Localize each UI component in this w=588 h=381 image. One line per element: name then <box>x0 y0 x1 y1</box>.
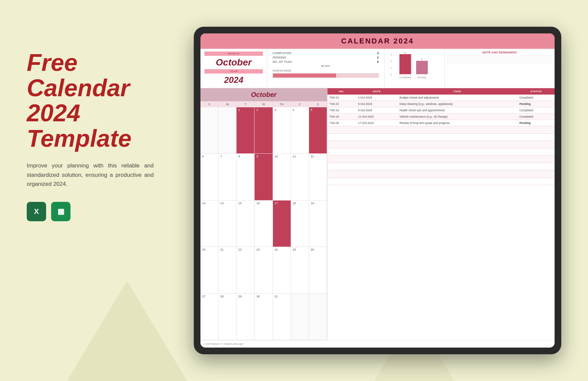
calendar-cell[interactable]: 12 <box>309 154 327 200</box>
calendar-cell[interactable]: 26 <box>309 247 327 293</box>
calendar-date-number: 5 <box>311 108 312 112</box>
task-cell-empty <box>518 170 555 178</box>
calendar-days-header: S M T W TH F S <box>200 101 327 107</box>
calendar-cell[interactable]: 9 <box>255 154 273 200</box>
calendar-cell[interactable]: 20 <box>200 247 218 293</box>
calendar-cell[interactable] <box>200 107 218 154</box>
calendar-cell[interactable] <box>291 294 309 340</box>
task-cell-empty <box>327 170 356 178</box>
status-rate-value: 60.00% <box>273 65 379 68</box>
calendar-cell[interactable]: 23 <box>255 247 273 293</box>
calendar-date-number: 28 <box>220 295 224 298</box>
stats-middle: COMPLETED 3 PENDING 2 NO. OF TASK: 5 60.… <box>267 49 385 88</box>
task-row[interactable]: TSK-025-Oct-2024Deep cleaning (e.g., win… <box>327 101 555 107</box>
description-text: Improve your planning with this reliable… <box>27 161 154 188</box>
calendar-date-number: 17 <box>275 202 278 205</box>
task-cell-empty <box>356 170 398 178</box>
calendar-date-number: 29 <box>238 295 242 298</box>
task-no: TSK-01 <box>327 95 356 101</box>
calendar-cell[interactable]: 27 <box>200 294 218 340</box>
calendar-cell[interactable]: 4 <box>291 107 309 154</box>
notes-panel: NOTE AND REMINDERS <box>445 49 555 88</box>
task-no: TSK-03 <box>327 107 356 114</box>
calendar-cell[interactable]: 6 <box>200 154 218 200</box>
notes-line <box>447 58 553 58</box>
completed-value: 3 <box>377 51 379 55</box>
calendar-cell[interactable]: 11 <box>291 154 309 200</box>
calendar-date-number: 20 <box>202 248 205 251</box>
calendar-cell[interactable] <box>218 107 237 154</box>
calendar-date-number: 13 <box>202 202 205 205</box>
calendar-date-number: 25 <box>293 248 296 251</box>
calendar-date-number: 10 <box>275 155 278 158</box>
calendar-cell[interactable]: 5 <box>309 107 327 154</box>
completed-label: COMPLETED <box>273 51 292 55</box>
calendar-cell[interactable]: 17 <box>273 201 291 247</box>
calendar-grid: 1234567891011121314151617181920212223242… <box>200 107 327 340</box>
sheets-icon[interactable]: ▦ <box>51 202 70 221</box>
task-cell-empty <box>356 148 398 156</box>
task-cell-empty <box>356 134 398 141</box>
calendar-date-number: 31 <box>275 295 278 298</box>
task-row-empty <box>327 148 555 156</box>
calendar-cell[interactable]: 29 <box>237 294 255 340</box>
task-cell-empty <box>327 141 356 148</box>
task-task: Budget review and adjustments <box>398 95 518 101</box>
notes-line <box>447 64 553 64</box>
progress-bar-background <box>273 73 379 78</box>
excel-letter: X <box>34 207 39 216</box>
calendar-section: October S M T W TH F S 12345678910111213… <box>200 88 327 340</box>
calendar-cell[interactable]: 1 <box>237 107 255 154</box>
calendar-cell[interactable]: 21 <box>218 247 237 293</box>
calendar-cell[interactable]: 16 <box>255 201 273 247</box>
col-status: STATUS <box>518 88 555 95</box>
task-cell-empty <box>518 141 555 148</box>
calendar-date-number: 12 <box>311 155 314 158</box>
task-row[interactable]: TSK-0411-Oct-2024Vehicle maintenance (e.… <box>327 114 555 120</box>
calendar-cell[interactable]: 2 <box>255 107 273 154</box>
calendar-date-number: 2 <box>256 108 258 112</box>
calendar-date-number: 3 <box>275 108 276 112</box>
calendar-cell[interactable] <box>309 294 327 340</box>
calendar-cell[interactable]: 28 <box>218 294 237 340</box>
calendar-cell[interactable]: 25 <box>291 247 309 293</box>
task-row[interactable]: TSK-039-Oct-2024Health check-ups and app… <box>327 107 555 114</box>
calendar-cell[interactable]: 13 <box>200 201 218 247</box>
calendar-cell[interactable]: 24 <box>273 247 291 293</box>
main-title: Free Calendar 2024 Template <box>27 50 154 151</box>
calendar-cell[interactable]: 8 <box>237 154 255 200</box>
calendar-cell[interactable]: 22 <box>237 247 255 293</box>
notes-line <box>447 62 553 62</box>
stats-row: MONTH October YEAR 2024 COMPLETED 3 PEND… <box>200 49 555 88</box>
calendar-cell[interactable]: 15 <box>237 201 255 247</box>
task-cell-empty <box>398 156 518 163</box>
year-value: 2024 <box>204 75 263 85</box>
task-status: Completed <box>518 114 555 120</box>
task-cell-empty <box>327 134 356 141</box>
calendar-cell[interactable]: 14 <box>218 201 237 247</box>
calendar-cell[interactable]: 19 <box>309 201 327 247</box>
task-row[interactable]: TSK-0517-Oct-2024Review of long-term goa… <box>327 120 555 126</box>
calendar-cell[interactable]: 31 <box>273 294 291 340</box>
task-no: TSK-02 <box>327 101 356 107</box>
task-no: TSK-05 <box>327 120 356 126</box>
task-table-header-row: NO. DATE TASK STATUS <box>327 88 555 95</box>
excel-icon[interactable]: X <box>27 202 46 221</box>
task-row-empty <box>327 141 555 148</box>
calendar-cell[interactable]: 10 <box>273 154 291 200</box>
day-name-th: TH <box>273 101 291 107</box>
calendar-cell[interactable]: 30 <box>255 294 273 340</box>
task-row[interactable]: TSK-011-Oct-2024Budget review and adjust… <box>327 95 555 101</box>
task-cell-empty <box>327 126 356 134</box>
progress-bar-fill <box>273 74 336 78</box>
year-label: YEAR <box>204 69 263 74</box>
month-value: October <box>204 57 263 68</box>
task-cell-empty <box>356 163 398 170</box>
calendar-cell[interactable]: 7 <box>218 154 237 200</box>
calendar-cell[interactable]: 3 <box>273 107 291 154</box>
task-date: 11-Oct-2024 <box>356 114 398 120</box>
calendar-date-number: 24 <box>275 248 278 251</box>
task-cell-empty <box>518 156 555 163</box>
left-panel: Free Calendar 2024 Template Improve your… <box>27 50 154 221</box>
calendar-cell[interactable]: 18 <box>291 201 309 247</box>
